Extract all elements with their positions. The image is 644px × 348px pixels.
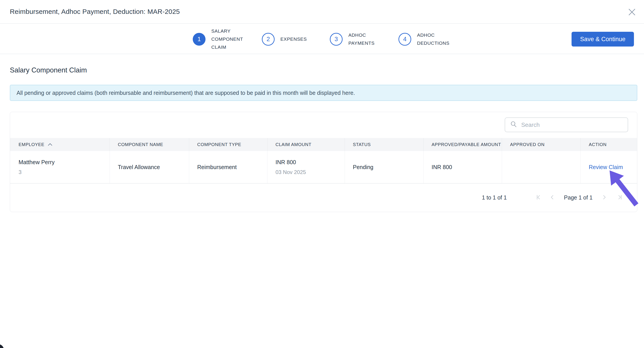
last-page-icon xyxy=(617,194,623,201)
previous-page-button[interactable] xyxy=(548,193,557,203)
next-page-button[interactable] xyxy=(599,193,609,203)
step-label: EXPENSES xyxy=(280,35,307,43)
pagination-page-text: Page 1 of 1 xyxy=(564,194,592,201)
component-name-cell: Travel Allowance xyxy=(110,151,189,184)
review-claim-link[interactable]: Review Claim xyxy=(589,164,637,170)
action-cell: Review Claim xyxy=(580,151,637,184)
employee-id: 3 xyxy=(18,169,110,175)
component-type-cell: Reimbursement xyxy=(189,151,267,184)
modal-header: Reimbursement, Adhoc Payment, Deduction:… xyxy=(0,0,644,24)
first-page-icon xyxy=(536,194,541,201)
status-badge: Pending xyxy=(353,164,423,170)
approved-payable-amount: INR 800 xyxy=(432,164,502,170)
column-header-status[interactable]: STATUS xyxy=(344,138,423,151)
claim-date: 03 Nov 2025 xyxy=(276,169,344,175)
claims-modal: Reimbursement, Adhoc Payment, Deduction:… xyxy=(0,0,644,348)
table-search xyxy=(505,118,628,132)
step-label: SALARY COMPONENT CLAIM xyxy=(211,27,247,51)
claims-table-card: EMPLOYEE COMPONENT NAME COMPONENT TYPE C… xyxy=(10,112,637,212)
column-header-component-type[interactable]: COMPONENT TYPE xyxy=(189,138,267,151)
approved-on-cell xyxy=(502,151,580,184)
step-number-badge: 3 xyxy=(330,33,342,46)
corner-widget xyxy=(0,344,4,348)
component-name: Travel Allowance xyxy=(118,164,189,170)
claim-amount-cell: INR 800 03 Nov 2025 xyxy=(267,151,344,184)
column-header-employee[interactable]: EMPLOYEE xyxy=(10,138,110,151)
column-header-component-name[interactable]: COMPONENT NAME xyxy=(110,138,189,151)
column-header-claim-amount[interactable]: CLAIM AMOUNT xyxy=(267,138,344,151)
step-label: ADHOC PAYMENTS xyxy=(348,31,382,47)
save-and-continue-button[interactable]: Save & Continue xyxy=(572,32,634,46)
claim-amount: INR 800 xyxy=(276,159,344,166)
column-header-label: EMPLOYEE xyxy=(18,142,44,147)
pagination-bar: 1 to 1 of 1 Page 1 of 1 xyxy=(10,183,637,212)
step-expenses[interactable]: 2 EXPENSES xyxy=(262,24,307,54)
approved-payable-amount-cell: INR 800 xyxy=(423,151,502,184)
step-adhoc-payments[interactable]: 3 ADHOC PAYMENTS xyxy=(330,24,382,54)
search-input[interactable] xyxy=(521,122,628,128)
employee-cell: Matthew Perry 3 xyxy=(10,151,110,184)
first-page-button[interactable] xyxy=(534,193,544,203)
sort-ascending-icon xyxy=(48,142,52,147)
modal-title: Reimbursement, Adhoc Payment, Deduction:… xyxy=(10,8,180,16)
pagination-range-text: 1 to 1 of 1 xyxy=(482,194,507,201)
previous-page-icon xyxy=(550,194,555,201)
close-button[interactable] xyxy=(627,8,637,17)
table-header-row: EMPLOYEE COMPONENT NAME COMPONENT TYPE C… xyxy=(10,138,637,151)
employee-name: Matthew Perry xyxy=(18,159,110,166)
column-header-action[interactable]: ACTION xyxy=(580,138,637,151)
step-number-badge: 2 xyxy=(262,33,274,46)
close-icon xyxy=(628,8,636,17)
info-banner: All pending or approved claims (both rei… xyxy=(10,85,637,101)
status-cell: Pending xyxy=(344,151,423,184)
search-icon xyxy=(510,121,517,129)
page-title: Salary Component Claim xyxy=(10,66,87,74)
last-page-button[interactable] xyxy=(615,193,625,203)
info-banner-text: All pending or approved claims (both rei… xyxy=(16,90,355,96)
column-header-approved-on[interactable]: APPROVED ON xyxy=(502,138,580,151)
next-page-icon xyxy=(601,194,607,201)
component-type: Reimbursement xyxy=(197,164,267,170)
stepper: 1 SALARY COMPONENT CLAIM 2 EXPENSES 3 AD… xyxy=(0,24,644,54)
table-row: Matthew Perry 3 Travel Allowance Reimbur… xyxy=(10,151,637,184)
step-adhoc-deductions[interactable]: 4 ADHOC DEDUCTIONS xyxy=(398,24,458,54)
step-salary-component-claim[interactable]: 1 SALARY COMPONENT CLAIM xyxy=(193,24,247,54)
step-number-badge: 4 xyxy=(398,33,411,46)
column-header-approved-payable-amount[interactable]: APPROVED/PAYABLE AMOUNT xyxy=(423,138,502,151)
step-number-badge: 1 xyxy=(193,33,206,46)
step-label: ADHOC DEDUCTIONS xyxy=(417,31,458,47)
